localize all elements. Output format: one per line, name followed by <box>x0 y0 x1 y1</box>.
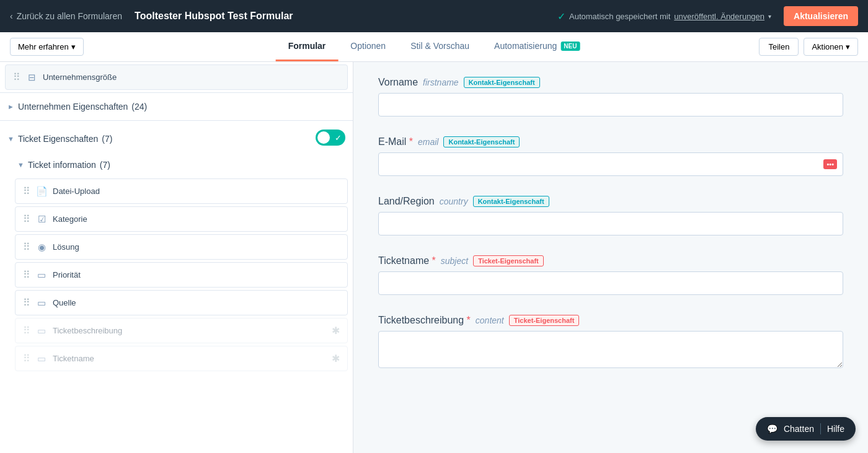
ticket-toggle[interactable]: ✓ <box>316 130 345 146</box>
prop-name: firstname <box>423 77 459 87</box>
drag-handle-icon[interactable]: ⠿ <box>23 185 30 197</box>
checkmark-icon: ✓ <box>557 11 565 22</box>
drag-handle-icon[interactable]: ⠿ <box>23 241 30 253</box>
aktualisieren-button[interactable]: Aktualisieren <box>784 6 858 26</box>
asterisk-icon: ✱ <box>332 325 340 336</box>
textarea-icon: ▭ <box>35 325 48 336</box>
field-label-row: Ticketname * subject Ticket-Eigenschaft <box>378 255 843 266</box>
dropdown-icon: ▭ <box>35 270 48 281</box>
toggle-container: ✓ <box>316 130 345 147</box>
chat-widget[interactable]: 💬 Chatten Hilfe <box>756 417 856 441</box>
badge-ticket-eigenschaft: Ticket-Eigenschaft <box>509 315 580 326</box>
tab-optionen[interactable]: Optionen <box>338 32 398 61</box>
left-panel: ⠿ ⊟ Unternehmensgröße ► Unternehmen Eige… <box>0 62 353 453</box>
field-label: Datei-Upload <box>53 187 340 196</box>
chatten-label: Chatten <box>784 424 814 434</box>
main-layout: ⠿ ⊟ Unternehmensgröße ► Unternehmen Eige… <box>0 62 868 453</box>
field-item-kategorie[interactable]: ⠿ ☑ Kategorie <box>15 206 348 232</box>
subnav-left: Mehr erfahren ▾ <box>10 38 84 56</box>
asterisk-icon: ✱ <box>332 353 340 364</box>
field-label: Ticketbeschreibung <box>53 326 327 335</box>
ticket-information-subsection[interactable]: ▼ Ticket information (7) <box>0 154 353 176</box>
field-name: Ticketname * <box>378 255 436 266</box>
badge-kontakt-eigenschaft: Kontakt-Eigenschaft <box>443 136 520 147</box>
autosave-status: ✓ Automatisch gespeichert mit unveröffen… <box>557 11 771 22</box>
badge-ticket-eigenschaft: Ticket-Eigenschaft <box>473 255 544 266</box>
section-label: Unternehmen Eigenschaften <box>18 102 128 112</box>
required-asterisk: * <box>429 255 436 266</box>
aktionen-button[interactable]: Aktionen ▾ <box>804 38 858 56</box>
divider <box>0 120 353 121</box>
required-asterisk: * <box>464 315 471 325</box>
field-name: E-Mail * <box>378 136 413 147</box>
unternehmen-eigenschaften-section[interactable]: ► Unternehmen Eigenschaften (24) <box>0 95 353 118</box>
field-label-row: E-Mail * email Kontakt-Eigenschaft <box>378 136 843 147</box>
drag-handle-icon[interactable]: ⠿ <box>13 71 20 83</box>
prop-name: content <box>476 315 504 325</box>
back-label: Zurück zu allen Formularen <box>17 11 122 21</box>
field-label: Priorität <box>53 270 340 279</box>
tab-formular[interactable]: Formular <box>276 32 339 61</box>
field-name: Ticketbeschreibung * <box>378 315 471 326</box>
chevron-left-icon: ‹ <box>10 11 13 21</box>
chevron-down-icon: ▾ <box>846 42 850 51</box>
prop-name: country <box>440 196 468 206</box>
vorname-input[interactable] <box>378 93 843 117</box>
field-item-ticketname: ⠿ ▭ Ticketname ✱ <box>15 346 348 371</box>
field-label-row: Vorname firstname Kontakt-Eigenschaft <box>378 77 843 88</box>
error-dots-icon[interactable]: ••• <box>823 159 837 169</box>
ticket-eigenschaften-section[interactable]: ▼ Ticket Eigenschaften (7) ✓ <box>0 123 353 154</box>
subsection-count: (7) <box>100 160 110 170</box>
file-icon: 📄 <box>35 186 48 197</box>
form-field-land: Land/Region country Kontakt-Eigenschaft <box>378 181 843 240</box>
mehr-erfahren-button[interactable]: Mehr erfahren ▾ <box>10 38 84 56</box>
unternehmen-grosse-item: ⠿ ⊟ Unternehmensgröße <box>5 64 348 90</box>
tab-group: Formular Optionen Stil & Vorschau Automa… <box>276 32 593 61</box>
land-input[interactable] <box>378 212 843 235</box>
field-item-loesung[interactable]: ⠿ ◉ Lösung <box>15 234 348 260</box>
form-field-ticketname: Ticketname * subject Ticket-Eigenschaft <box>378 240 843 300</box>
dropdown-icon: ▭ <box>35 297 48 309</box>
field-name: Vorname <box>378 77 418 88</box>
radio-icon: ◉ <box>35 242 48 253</box>
chat-divider <box>820 423 821 434</box>
prop-name: subject <box>441 256 468 266</box>
badge-kontakt-eigenschaft: Kontakt-Eigenschaft <box>473 196 549 207</box>
neu-badge: NEU <box>560 42 580 51</box>
secondary-navigation: Mehr erfahren ▾ Formular Optionen Stil &… <box>0 32 868 62</box>
subnav-right: Teilen Aktionen ▾ <box>759 38 858 56</box>
drag-handle-icon[interactable]: ⠿ <box>23 269 30 281</box>
chevron-right-icon: ► <box>7 103 14 110</box>
field-label: Unternehmensgröße <box>43 73 340 82</box>
page-title: Tooltester Hubspot Test Formular <box>135 11 545 22</box>
ticketname-input[interactable] <box>378 271 843 295</box>
form-field-vorname: Vorname firstname Kontakt-Eigenschaft <box>378 62 843 121</box>
form-field-email: E-Mail * email Kontakt-Eigenschaft ••• <box>378 121 843 181</box>
chevron-down-icon: ▾ <box>71 42 76 51</box>
chevron-down-icon: ▼ <box>7 135 14 143</box>
ticketbeschreibung-textarea[interactable] <box>378 331 843 368</box>
field-name: Land/Region <box>378 196 435 207</box>
chevron-down-icon[interactable]: ▾ <box>768 13 771 20</box>
email-input[interactable] <box>378 152 843 176</box>
tab-automatisierung[interactable]: Automatisierung NEU <box>482 32 592 61</box>
back-button[interactable]: ‹ Zurück zu allen Formularen <box>10 11 122 21</box>
mehr-label: Mehr erfahren <box>18 42 69 51</box>
teilen-button[interactable]: Teilen <box>759 38 799 56</box>
divider <box>0 92 353 93</box>
field-item-quelle[interactable]: ⠿ ▭ Quelle <box>15 290 348 315</box>
field-item-prioritaet[interactable]: ⠿ ▭ Priorität <box>15 262 348 288</box>
field-label: Kategorie <box>53 214 340 224</box>
drag-handle-icon: ⠿ <box>23 325 30 336</box>
section-count: (24) <box>131 102 147 112</box>
ticket-fields-list: ⠿ 📄 Datei-Upload ⠿ ☑ Kategorie ⠿ ◉ Lösun… <box>0 178 353 371</box>
changes-link[interactable]: unveröffentl. Änderungen <box>674 12 764 21</box>
prop-name: email <box>418 137 438 147</box>
drag-handle-icon[interactable]: ⠿ <box>23 297 30 309</box>
tab-stil-vorschau[interactable]: Stil & Vorschau <box>398 32 482 61</box>
drag-handle-icon[interactable]: ⠿ <box>23 213 30 225</box>
field-item-ticketbeschreibung: ⠿ ▭ Ticketbeschreibung ✱ <box>15 318 348 343</box>
field-label: Lösung <box>53 242 340 252</box>
field-item-datei-upload[interactable]: ⠿ 📄 Datei-Upload <box>15 178 348 204</box>
chevron-down-icon: ▼ <box>17 161 24 169</box>
